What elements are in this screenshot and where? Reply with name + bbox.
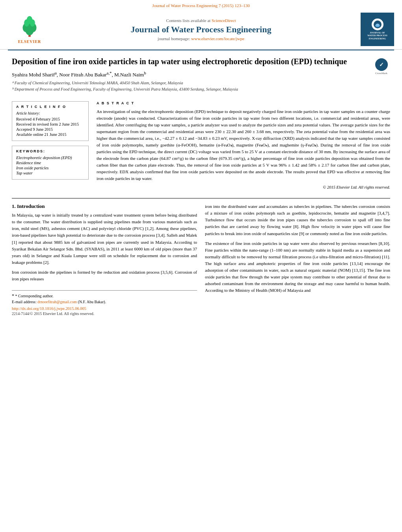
sciencedirect-prefix: Contents lists available at	[166, 18, 210, 23]
revised-line: Received in revised form 2 June 2015	[16, 122, 84, 126]
elsevier-label: ELSEVIER	[18, 39, 41, 44]
sciencedirect-link: Contents lists available at ScienceDirec…	[51, 18, 351, 23]
copyright-line: © 2015 Elsevier Ltd. All rights reserved…	[97, 185, 390, 189]
footer-email-line: E-mail address: drnoorfitrah@gmail.com (…	[12, 300, 197, 304]
sciencedirect-anchor[interactable]: ScienceDirect	[212, 18, 236, 23]
keyword-2: Residence time	[16, 161, 84, 165]
crossmark-icon: ✓	[375, 58, 388, 71]
badge-text: JOURNAL OFWATER PROCESSENGINEERING	[367, 32, 387, 40]
abstract-section: A B S T R A C T An investigation of usin…	[97, 101, 390, 190]
badge-water-icon	[373, 20, 382, 29]
keyword-3: Iron oxide particles	[16, 166, 84, 170]
affiliation-b-text: ᵇ Department of Process and Food Enginee…	[12, 86, 367, 93]
article-info-title: A R T I C L E I N F O	[16, 105, 84, 109]
article-content: Deposition of fine iron oxide particles …	[0, 50, 402, 322]
section1-label: Introduction	[17, 203, 45, 209]
journal-header-center: Contents lists available at ScienceDirec…	[51, 18, 351, 41]
title-section: Deposition of fine iron oxide particles …	[12, 56, 390, 96]
keyword-4: Tap water	[16, 171, 84, 175]
journal-badge-section: JOURNAL OFWATER PROCESSENGINEERING	[351, 13, 394, 46]
homepage-anchor[interactable]: www.elsevier.com/locate/jwpe	[191, 36, 244, 41]
elsevier-tree-icon	[18, 15, 41, 39]
email-link[interactable]: drnoorfitrah@gmail.com	[37, 300, 77, 304]
abstract-header: A B S T R A C T	[97, 101, 390, 105]
footer-issn: 2214-7144/© 2015 Elsevier Ltd. All right…	[12, 311, 197, 316]
crossmark-badge: ✓ CrossMark	[372, 58, 390, 76]
journal-volume-ref: Journal of Water Process Engineering 7 (…	[152, 3, 249, 8]
keywords-title: Keywords:	[16, 149, 84, 153]
body-left: 1. Introduction In Malaysia, tap water i…	[12, 203, 197, 315]
journal-header: ELSEVIER Contents lists available at Sci…	[0, 9, 402, 50]
right-column: A B S T R A C T An investigation of usin…	[97, 101, 390, 194]
crossmark-label: CrossMark	[375, 72, 387, 75]
intro-para-3: iron into the distributed water and accu…	[205, 203, 390, 237]
elsevier-logo: ELSEVIER	[8, 15, 51, 44]
journal-title: Journal of Water Process Engineering	[51, 24, 351, 35]
keywords-box: Keywords: Electrophoretic deposition (EP…	[12, 146, 89, 180]
body-right: iron into the distributed water and accu…	[205, 203, 390, 315]
article-info-box: A R T I C L E I N F O Article history: R…	[12, 101, 89, 141]
accepted-line: Accepted 9 June 2015	[16, 127, 84, 132]
email-label: E-mail address:	[12, 300, 36, 304]
elsevier-logo-section: ELSEVIER	[8, 15, 51, 44]
page-wrapper: Journal of Water Process Engineering 7 (…	[0, 0, 402, 532]
svg-point-7	[27, 16, 33, 24]
intro-para-2: Iron corrosion inside the pipelines is f…	[12, 269, 197, 282]
doi-link[interactable]: http://dx.doi.org/10.1016/j.jwpe.2015.06…	[12, 306, 86, 311]
affiliation-a: ᵃ Faculty of Chemical Engineering, Unive…	[12, 80, 367, 93]
abstract-text: An investigation of using the electropho…	[97, 108, 390, 182]
svg-point-10	[376, 24, 379, 26]
email-suffix: (N.F. Abu Bakar).	[78, 300, 106, 304]
authors-line: Syahira Mohd Sharifa, Noor Fitrah Abu Ba…	[12, 70, 367, 78]
article-title: Deposition of fine iron oxide particles …	[12, 56, 367, 67]
available-line: Available online 21 June 2015	[16, 132, 84, 137]
homepage-link: journal homepage: www.elsevier.com/locat…	[51, 36, 351, 41]
affiliation-a-text: ᵃ Faculty of Chemical Engineering, Unive…	[12, 80, 367, 86]
section-divider	[12, 198, 390, 198]
history-subtitle: Article history:	[16, 111, 84, 115]
journal-badge: JOURNAL OFWATER PROCESSENGINEERING	[361, 13, 394, 46]
info-abstract-columns: A R T I C L E I N F O Article history: R…	[12, 101, 390, 194]
badge-icon	[372, 19, 383, 30]
left-column: A R T I C L E I N F O Article history: R…	[12, 101, 89, 194]
keyword-1: Electrophoretic deposition (EPD)	[16, 156, 84, 160]
intro-para-1: In Malaysia, tap water is initially trea…	[12, 212, 197, 265]
intro-para-4: The existence of fine iron oxide particl…	[205, 240, 390, 294]
section1-title: 1. Introduction	[12, 203, 197, 209]
homepage-label: journal homepage:	[158, 36, 190, 41]
crossmark-image: ✓ CrossMark	[372, 58, 390, 76]
section1-number: 1.	[12, 203, 16, 209]
received-line: Received 4 February 2015	[16, 117, 84, 121]
body-columns: 1. Introduction In Malaysia, tap water i…	[12, 203, 390, 315]
article-footer: * * Corresponding author. E-mail address…	[12, 290, 197, 316]
top-journal-link: Journal of Water Process Engineering 7 (…	[0, 0, 402, 9]
corresponding-label: * Corresponding author.	[15, 294, 54, 298]
article-title-wrapper: Deposition of fine iron oxide particles …	[12, 56, 367, 96]
corresponding-note: * * Corresponding author.	[12, 293, 197, 299]
